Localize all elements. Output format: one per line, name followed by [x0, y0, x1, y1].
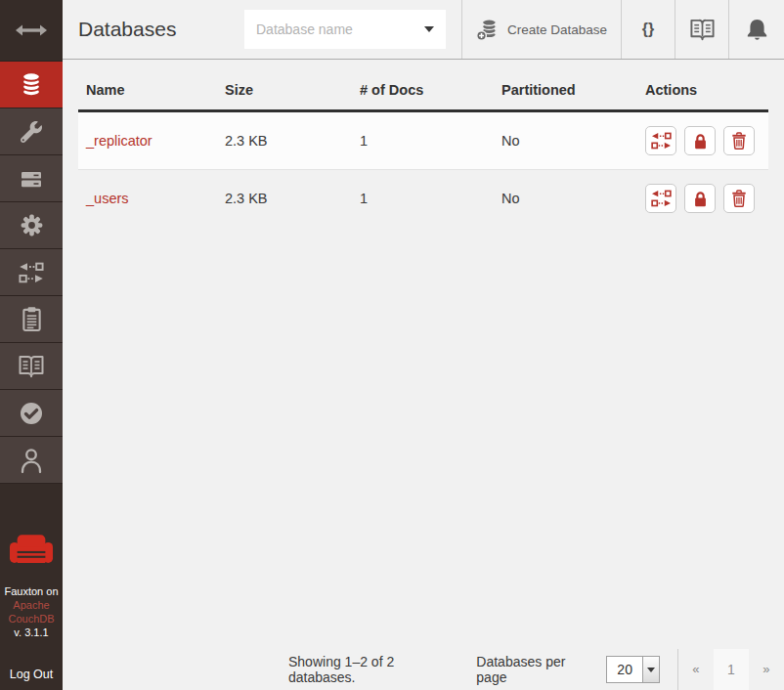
column-header-size: Size [217, 73, 352, 111]
per-page-value: 20 [607, 662, 642, 677]
server-icon [19, 166, 44, 192]
sidebar-nav [0, 62, 63, 484]
trash-icon [729, 131, 749, 151]
couchdb-link-line1[interactable]: Apache [0, 598, 63, 612]
db-partitioned: No [494, 111, 637, 170]
column-header-docs: # of Docs [352, 73, 494, 111]
pagination-prev-button[interactable]: « [678, 649, 714, 690]
per-page-label: Databases per page [476, 654, 592, 685]
create-database-button[interactable]: Create Database [461, 0, 621, 59]
resize-horizontal-icon [15, 23, 48, 37]
trash-icon [729, 189, 749, 208]
replicate-icon [651, 190, 672, 207]
lock-icon [691, 190, 710, 208]
sidebar-item-setup[interactable] [0, 108, 63, 155]
open-book-icon [18, 354, 45, 378]
table-row: _users 2.3 KB 1 No [78, 170, 768, 228]
main-area: Databases [63, 0, 784, 690]
logout-button[interactable]: Log Out [0, 668, 63, 681]
pagination: « 1 » [678, 649, 784, 690]
pagination-page-1[interactable]: 1 [714, 649, 749, 690]
db-doc-count: 1 [352, 111, 494, 170]
sidebar: Fauxton on Apache CouchDB v. 3.1.1 Log O… [0, 0, 63, 690]
column-header-partitioned: Partitioned [494, 73, 637, 111]
showing-count-text: Showing 1–2 of 2 databases. [288, 654, 455, 685]
clipboard-icon [21, 306, 43, 332]
page-title: Databases [78, 18, 176, 41]
table-row: _replicator 2.3 KB 1 No [78, 111, 768, 170]
db-doc-count: 1 [352, 170, 494, 228]
json-api-button[interactable]: {} [621, 0, 675, 59]
replicate-database-button[interactable] [645, 126, 676, 155]
wrench-icon [21, 121, 42, 143]
database-search-box [244, 10, 446, 49]
branding-prefix: Fauxton on [0, 584, 63, 598]
pagination-next-button[interactable]: » [749, 649, 784, 690]
db-partitioned: No [494, 170, 637, 228]
notifications-button[interactable] [728, 0, 784, 59]
delete-database-button[interactable] [723, 126, 755, 155]
column-header-actions: Actions [637, 73, 768, 111]
header-bar: Databases [63, 0, 784, 60]
delete-database-button[interactable] [723, 184, 755, 213]
db-size: 2.3 KB [217, 170, 352, 228]
replicate-database-button[interactable] [645, 184, 676, 213]
databases-table-container: Name Size # of Docs Partitioned Actions … [63, 60, 784, 690]
sidebar-item-configuration[interactable] [0, 155, 63, 202]
fauxton-app: Fauxton on Apache CouchDB v. 3.1.1 Log O… [0, 0, 784, 690]
select-arrow-icon [642, 657, 659, 682]
per-page-select[interactable]: 20 [606, 656, 660, 683]
footer-bar: Showing 1–2 of 2 databases. Databases pe… [63, 649, 784, 690]
sidebar-item-documentation[interactable] [0, 343, 63, 390]
open-book-icon [689, 18, 716, 41]
curly-braces-icon: {} [642, 21, 654, 38]
database-icon [19, 71, 44, 98]
user-icon [19, 447, 44, 474]
replicate-icon [651, 132, 672, 150]
databases-table: Name Size # of Docs Partitioned Actions … [78, 73, 768, 227]
documentation-button[interactable] [675, 0, 728, 59]
database-link-replicator[interactable]: _replicator [86, 133, 152, 149]
fauxton-branding: Fauxton on Apache CouchDB v. 3.1.1 [0, 534, 63, 639]
database-search-input[interactable] [244, 22, 411, 37]
bell-icon [746, 18, 768, 42]
column-header-name: Name [78, 73, 217, 111]
gear-icon [20, 213, 44, 237]
create-database-label: Create Database [507, 22, 607, 37]
database-link-users[interactable]: _users [86, 191, 129, 206]
version-label: v. 3.1.1 [0, 625, 63, 639]
chevron-down-icon [424, 26, 434, 32]
sidebar-item-verify[interactable] [0, 390, 63, 437]
sidebar-item-databases[interactable] [0, 62, 63, 108]
sidebar-item-replication[interactable] [0, 249, 63, 296]
sidebar-collapse-toggle[interactable] [0, 0, 63, 62]
couch-logo-icon [9, 534, 54, 570]
database-plus-icon [476, 18, 500, 42]
set-permissions-button[interactable] [684, 126, 716, 155]
db-size: 2.3 KB [217, 111, 352, 170]
sidebar-item-active-tasks[interactable] [0, 296, 63, 343]
replicate-icon [19, 262, 44, 283]
couchdb-link-line2[interactable]: CouchDB [0, 612, 63, 625]
table-header-row: Name Size # of Docs Partitioned Actions [78, 73, 768, 111]
lock-icon [691, 132, 710, 151]
set-permissions-button[interactable] [684, 184, 716, 213]
check-circle-icon [19, 401, 44, 426]
sidebar-item-settings[interactable] [0, 202, 63, 249]
sidebar-item-account[interactable] [0, 437, 63, 484]
